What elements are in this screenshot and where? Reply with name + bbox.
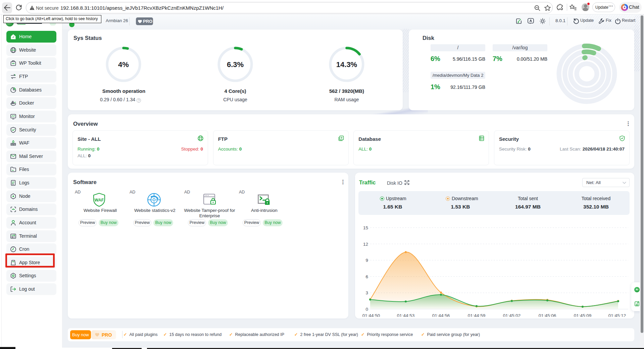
svg-text:01:45:12: 01:45:12 xyxy=(608,313,626,317)
svg-text:01:45:02: 01:45:02 xyxy=(503,313,521,317)
svg-text:6: 6 xyxy=(365,274,368,279)
svg-text:01:44:50: 01:44:50 xyxy=(362,313,380,317)
svg-text:01:45:09: 01:45:09 xyxy=(574,313,592,317)
svg-text:9: 9 xyxy=(365,258,368,263)
svg-text:01:44:56: 01:44:56 xyxy=(432,313,450,317)
svg-text:01:45:06: 01:45:06 xyxy=(539,313,556,317)
svg-text:4%: 4% xyxy=(118,60,129,69)
svg-text:WAF: WAF xyxy=(95,198,104,202)
svg-text:0: 0 xyxy=(365,307,368,312)
svg-text:3: 3 xyxy=(365,290,368,295)
svg-text:12: 12 xyxy=(363,242,368,247)
svg-text:15: 15 xyxy=(363,225,368,230)
svg-text:6.3%: 6.3% xyxy=(227,60,244,69)
svg-text:01:44:53: 01:44:53 xyxy=(397,313,415,317)
svg-text:14.3%: 14.3% xyxy=(336,60,357,69)
svg-text:01:44:59: 01:44:59 xyxy=(468,313,486,317)
